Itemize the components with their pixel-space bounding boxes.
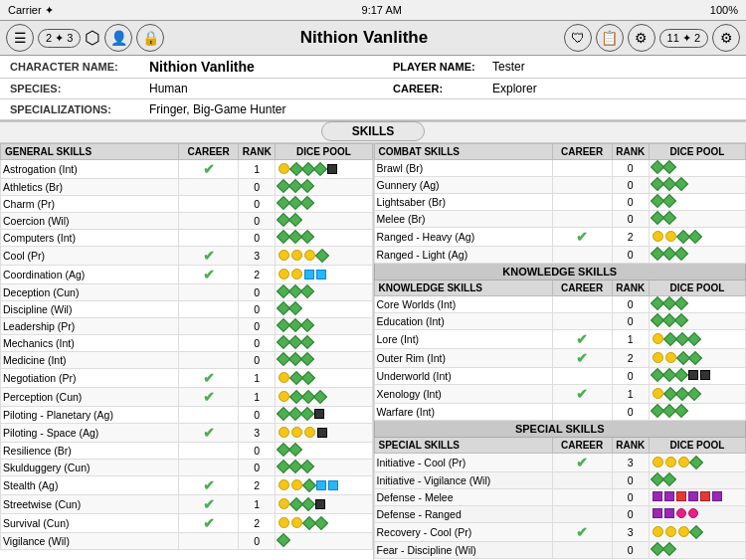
green-die xyxy=(688,350,702,364)
purple-die xyxy=(653,508,662,518)
green-die xyxy=(300,318,314,332)
skill-name-cell: Piloting - Planetary (Ag) xyxy=(1,407,179,424)
skill-name-cell: Defense - Melee xyxy=(374,489,552,506)
yellow-die xyxy=(291,269,302,280)
menu-icon[interactable]: ☰ xyxy=(6,24,34,52)
career-cell xyxy=(552,506,612,523)
settings-icon[interactable]: ⚙ xyxy=(712,24,740,52)
green-die xyxy=(689,524,703,538)
career-check: ✔ xyxy=(203,389,215,405)
career-cell xyxy=(552,472,612,489)
table-row: Astrogation (Int) ✔ 1 xyxy=(1,160,373,179)
skill-name-cell: Negotiation (Pr) xyxy=(1,369,179,388)
yellow-die xyxy=(279,479,289,490)
green-die xyxy=(300,196,314,210)
lock-icon[interactable]: 🔒 xyxy=(136,24,164,52)
combat-skills-table: COMBAT SKILLS CAREER RANK DICE POOL Braw… xyxy=(374,143,747,559)
career-cell xyxy=(552,542,612,559)
career-cell: ✔ xyxy=(179,388,239,407)
green-die xyxy=(687,331,701,345)
profile-icon[interactable]: 👤 xyxy=(104,24,132,52)
rank-cell: 1 xyxy=(239,369,276,388)
green-die xyxy=(662,160,676,174)
shield-icon[interactable]: 🛡 xyxy=(564,24,592,52)
green-die xyxy=(288,301,302,315)
rank-cell: 1 xyxy=(612,330,649,349)
knowledge-dice-col: DICE POOL xyxy=(649,280,745,296)
dice-cell xyxy=(649,404,745,421)
career-check: ✔ xyxy=(576,524,588,540)
career-cell: ✔ xyxy=(552,349,612,368)
table-row: Negotiation (Pr) ✔ 1 xyxy=(1,369,373,388)
time-label: 9:17 AM xyxy=(362,4,402,16)
career-cell xyxy=(179,352,239,369)
special-col-headers: SPECIAL SKILLS CAREER RANK DICE POOL xyxy=(374,438,746,454)
table-row: Underworld (Int) 0 xyxy=(374,368,746,385)
career-header-general: CAREER xyxy=(179,144,239,160)
career-cell xyxy=(552,368,612,385)
career-cell: ✔ xyxy=(179,247,239,266)
battery-label: 100% xyxy=(710,4,738,16)
yellow-die xyxy=(665,231,676,242)
rank-cell: 0 xyxy=(612,296,649,313)
skill-name-cell: Stealth (Ag) xyxy=(1,476,179,495)
table-row: Medicine (Int) 0 xyxy=(1,352,373,369)
red-die xyxy=(676,491,686,501)
dice-cell xyxy=(649,313,745,330)
yellow-die xyxy=(678,526,689,537)
yellow-die xyxy=(653,457,663,467)
dice-header-combat: DICE POOL xyxy=(649,144,745,160)
wounds-pill[interactable]: 2 ✦ 3 xyxy=(38,29,81,48)
yellow-die xyxy=(291,250,302,261)
blue-die xyxy=(316,480,326,490)
green-die xyxy=(300,230,314,244)
career-cell xyxy=(552,211,612,228)
table-row: Computers (Int) 0 xyxy=(1,230,373,247)
skill-name-cell: Fear - Discipline (Wil) xyxy=(374,542,552,559)
table-row: Lightsaber (Br) 0 xyxy=(374,194,746,211)
pink-die xyxy=(688,508,698,518)
skill-name-cell: Brawl (Br) xyxy=(374,160,552,177)
character-info: CHARACTER NAME: Nithion Vanlithe PLAYER … xyxy=(0,56,746,121)
knowledge-skill-col: KNOWLEDGE SKILLS xyxy=(374,280,552,296)
green-die xyxy=(662,542,676,556)
skill-name-cell: Athletics (Br) xyxy=(1,179,179,196)
career-check: ✔ xyxy=(576,229,588,245)
species-value: Human xyxy=(149,82,393,95)
dice-cell xyxy=(649,489,745,506)
table-row: Gunnery (Ag) 0 xyxy=(374,177,746,194)
rank-cell: 0 xyxy=(239,533,276,550)
skill-name-cell: Melee (Br) xyxy=(374,211,552,228)
xp-pill[interactable]: 11 ✦ 2 xyxy=(659,29,708,48)
gear-icon2[interactable]: ⚙ xyxy=(628,24,655,52)
skill-name-cell: Initiative - Cool (Pr) xyxy=(374,454,552,472)
rank-cell: 0 xyxy=(612,542,649,559)
skill-name-cell: Piloting - Space (Ag) xyxy=(1,424,179,443)
table-row: Initiative - Vigilance (Wil) 0 xyxy=(374,472,746,489)
skill-name-cell: Defense - Ranged xyxy=(374,506,552,523)
career-cell xyxy=(179,318,239,335)
career-cell xyxy=(552,247,612,264)
career-check: ✔ xyxy=(576,455,588,470)
skill-name-cell: Resilience (Br) xyxy=(1,443,179,460)
skills-container: GENERAL SKILLS CAREER RANK DICE POOL Ast… xyxy=(0,142,746,560)
yellow-die xyxy=(279,250,289,261)
notes-icon[interactable]: 📋 xyxy=(596,24,624,52)
purple-die xyxy=(664,491,674,501)
career-header-combat: CAREER xyxy=(552,144,612,160)
rank-cell: 1 xyxy=(239,160,276,179)
yellow-die xyxy=(653,526,663,537)
green-die xyxy=(687,386,701,400)
combat-skills-header: COMBAT SKILLS xyxy=(374,144,552,160)
char-name-value: Nithion Vanlithe xyxy=(149,59,393,75)
yellow-die xyxy=(653,388,663,399)
yellow-die xyxy=(279,391,289,402)
yellow-die xyxy=(279,427,289,438)
career-cell: ✔ xyxy=(552,228,612,247)
skill-name-cell: Cool (Pr) xyxy=(1,247,179,266)
skill-name-cell: Core Worlds (Int) xyxy=(374,296,552,313)
knowledge-rank-col: RANK xyxy=(612,280,649,296)
career-check: ✔ xyxy=(203,267,215,282)
green-die xyxy=(674,296,688,310)
dice-cell xyxy=(649,247,745,264)
